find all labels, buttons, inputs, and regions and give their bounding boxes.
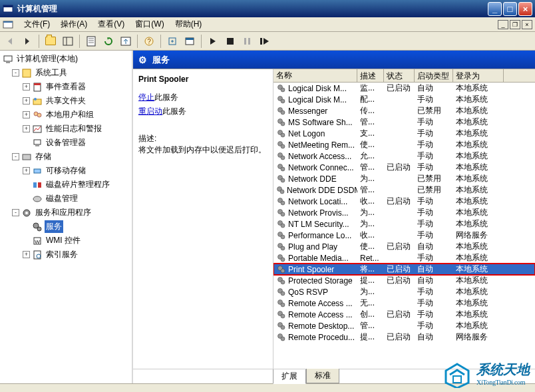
svg-point-64: [280, 190, 284, 194]
export-list-button[interactable]: [118, 34, 133, 49]
maximize-button[interactable]: □: [503, 2, 517, 16]
svg-point-88: [281, 325, 285, 329]
tree-item[interactable]: +可移动存储: [1, 164, 130, 178]
back-button[interactable]: [3, 34, 17, 49]
tree-item[interactable]: 设备管理器: [1, 136, 130, 150]
list-row[interactable]: Logical Disk M...监...已启动自动本地系统: [273, 83, 535, 94]
list-row[interactable]: Performance Lo...收...手动网络服务: [273, 230, 535, 241]
list-row[interactable]: Network Access...允...手动本地系统: [273, 150, 535, 162]
tree-item[interactable]: -服务和应用程序: [1, 206, 130, 220]
column-startup[interactable]: 启动类型: [415, 69, 453, 82]
tree-item[interactable]: +索引服务: [1, 248, 130, 262]
menu-window[interactable]: 窗口(W): [130, 17, 169, 31]
service-desc: 提...: [357, 275, 384, 286]
tree-item[interactable]: 磁盘管理: [1, 192, 130, 206]
tree-expander: [23, 237, 30, 244]
list-row[interactable]: Network DDE为...已禁用本地系统: [273, 173, 535, 184]
list-row[interactable]: MS Software Sh...管...手动本地系统: [273, 116, 535, 128]
list-row[interactable]: Remote Access ...无...手动本地系统: [273, 297, 535, 309]
list-row[interactable]: Remote Procedu...提...已启动自动网络服务: [273, 331, 535, 343]
forward-button[interactable]: [20, 34, 35, 49]
tree-item[interactable]: -系统工具: [1, 66, 130, 80]
tree-root[interactable]: 计算机管理(本地): [1, 52, 130, 66]
list-row[interactable]: Print Spooler将...已启动自动本地系统: [273, 264, 535, 275]
list-row[interactable]: Network Provis...为...手动本地系统: [273, 207, 535, 218]
column-name[interactable]: 名称: [273, 69, 357, 82]
watermark-logo: [441, 359, 474, 388]
menu-help[interactable]: 帮助(H): [170, 17, 208, 31]
list-row[interactable]: NT LM Security...为...手动本地系统: [273, 218, 535, 230]
restart-button[interactable]: [258, 34, 272, 49]
show-hide-tree-button[interactable]: [61, 34, 75, 49]
action-button-2[interactable]: [182, 34, 197, 49]
tree-item[interactable]: 磁盘碎片整理程序: [1, 178, 130, 192]
tree-item[interactable]: +本地用户和组: [1, 108, 130, 122]
pause-button[interactable]: [240, 34, 255, 49]
column-logon[interactable]: 登录为: [453, 69, 504, 82]
list-row[interactable]: NetMeeting Rem...使...手动本地系统: [273, 139, 535, 150]
menu-action[interactable]: 操作(A): [55, 17, 92, 31]
tree-expander[interactable]: -: [12, 153, 19, 160]
restart-service-link[interactable]: 重启动: [138, 106, 162, 116]
tree-expander[interactable]: +: [23, 111, 30, 118]
list-row[interactable]: QoS RSVP为...手动本地系统: [273, 286, 535, 297]
tree-expander[interactable]: +: [23, 167, 30, 174]
tree-expander[interactable]: -: [12, 69, 19, 77]
doc-close-button[interactable]: ×: [522, 20, 532, 29]
list-row[interactable]: Network Connec...管...已启动手动本地系统: [273, 162, 535, 173]
close-button[interactable]: ×: [518, 2, 532, 16]
tree-item[interactable]: WWMI 控件: [1, 234, 130, 248]
list-row[interactable]: Logical Disk M...配...手动本地系统: [273, 94, 535, 105]
tree-item[interactable]: 服务: [1, 220, 130, 234]
menu-file[interactable]: 文件(F): [19, 17, 55, 31]
tree-panel[interactable]: 计算机管理(本地) -系统工具+事件查看器+共享文件夹+本地用户和组+性能日志和…: [0, 51, 133, 383]
up-folder-button[interactable]: [43, 34, 58, 49]
list-row[interactable]: Network Locati...收...已启动手动本地系统: [273, 196, 535, 207]
tree-item[interactable]: -存储: [1, 150, 130, 164]
service-status: 已启动: [384, 162, 415, 173]
list-row[interactable]: Plug and Play使...已启动自动本地系统: [273, 241, 535, 252]
menu-view[interactable]: 查看(V): [92, 17, 130, 31]
list-row[interactable]: Remote Desktop...管...手动本地系统: [273, 320, 535, 331]
list-body[interactable]: Logical Disk M...监...已启动自动本地系统Logical Di…: [273, 83, 535, 369]
service-name: Print Spooler: [288, 265, 334, 274]
action-button-1[interactable]: [165, 34, 180, 49]
svg-point-56: [281, 144, 285, 148]
column-status[interactable]: 状态: [384, 69, 415, 82]
list-row[interactable]: Remote Access ...创...已启动手动本地系统: [273, 309, 535, 320]
service-name: Logical Disk M...: [288, 95, 347, 104]
list-row[interactable]: Portable Media...Ret...手动本地系统: [273, 252, 535, 264]
doc-restore-button[interactable]: ❐: [510, 20, 520, 29]
tree-expander[interactable]: +: [23, 97, 30, 104]
list-row[interactable]: Network DDE DSDM管...已禁用本地系统: [273, 184, 535, 196]
tree-item[interactable]: +性能日志和警报: [1, 122, 130, 136]
tree-item[interactable]: +事件查看器: [1, 80, 130, 94]
play-button[interactable]: [206, 34, 220, 49]
svg-point-76: [281, 258, 285, 262]
tab-standard[interactable]: 标准: [306, 369, 339, 383]
stop-service-link[interactable]: 停止: [138, 93, 154, 102]
service-logon: 本地系统: [453, 184, 504, 196]
properties-button[interactable]: [84, 34, 98, 49]
svg-point-90: [281, 337, 285, 341]
doc-minimize-button[interactable]: _: [498, 20, 508, 29]
help-button[interactable]: ?: [142, 34, 156, 49]
tab-extended[interactable]: 扩展: [273, 369, 306, 384]
svg-point-36: [33, 196, 41, 202]
minimize-button[interactable]: _: [488, 2, 502, 16]
service-icon: [276, 106, 287, 116]
tree-expander[interactable]: +: [23, 83, 30, 91]
column-desc[interactable]: 描述: [357, 69, 384, 82]
tree-expander[interactable]: -: [12, 209, 19, 216]
service-startup: 手动: [415, 116, 453, 128]
refresh-button[interactable]: [101, 34, 116, 49]
tree-expander[interactable]: +: [23, 125, 30, 132]
tree-item-label: 磁盘碎片整理程序: [45, 178, 111, 191]
list-row[interactable]: Protected Storage提...已启动自动本地系统: [273, 275, 535, 286]
stop-button[interactable]: [223, 34, 238, 49]
tree-item[interactable]: +共享文件夹: [1, 94, 130, 108]
list-row[interactable]: Messenger传...已禁用本地系统: [273, 105, 535, 116]
list-row[interactable]: Net Logon支...手动本地系统: [273, 128, 535, 139]
svg-point-82: [281, 292, 285, 295]
tree-expander[interactable]: +: [23, 251, 30, 258]
